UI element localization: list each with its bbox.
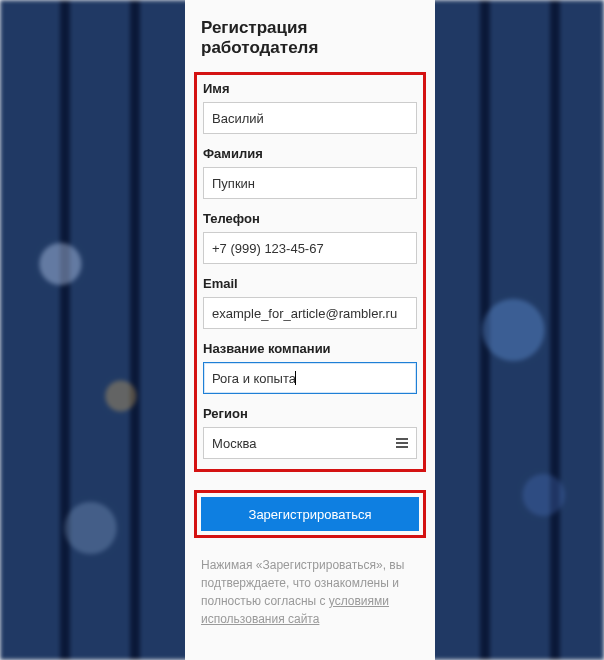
text-cursor (295, 371, 296, 385)
input-company[interactable]: Рога и копыта (203, 362, 417, 394)
page-title: Регистрация работодателя (201, 18, 419, 58)
input-email[interactable] (203, 297, 417, 329)
field-phone: Телефон (203, 211, 417, 264)
field-email: Email (203, 276, 417, 329)
submit-button[interactable]: Зарегистрироваться (201, 497, 419, 531)
select-region[interactable]: Москва (203, 427, 417, 459)
select-region-value: Москва (212, 436, 256, 451)
field-lastname: Фамилия (203, 146, 417, 199)
fields-highlight-box: Имя Фамилия Телефон Email Название компа… (194, 72, 426, 472)
input-phone[interactable] (203, 232, 417, 264)
input-company-value: Рога и копыта (212, 371, 296, 386)
submit-highlight-box: Зарегистрироваться (194, 490, 426, 538)
input-lastname[interactable] (203, 167, 417, 199)
menu-icon (396, 438, 408, 448)
label-lastname: Фамилия (203, 146, 417, 161)
label-company: Название компании (203, 341, 417, 356)
label-firstname: Имя (203, 81, 417, 96)
label-email: Email (203, 276, 417, 291)
input-firstname[interactable] (203, 102, 417, 134)
field-region: Регион Москва (203, 406, 417, 459)
label-region: Регион (203, 406, 417, 421)
field-company: Название компании Рога и копыта (203, 341, 417, 394)
disclaimer-text: Нажимая «Зарегистрироваться», вы подтвер… (201, 556, 419, 628)
field-firstname: Имя (203, 81, 417, 134)
registration-panel: Регистрация работодателя Имя Фамилия Тел… (185, 0, 435, 660)
label-phone: Телефон (203, 211, 417, 226)
